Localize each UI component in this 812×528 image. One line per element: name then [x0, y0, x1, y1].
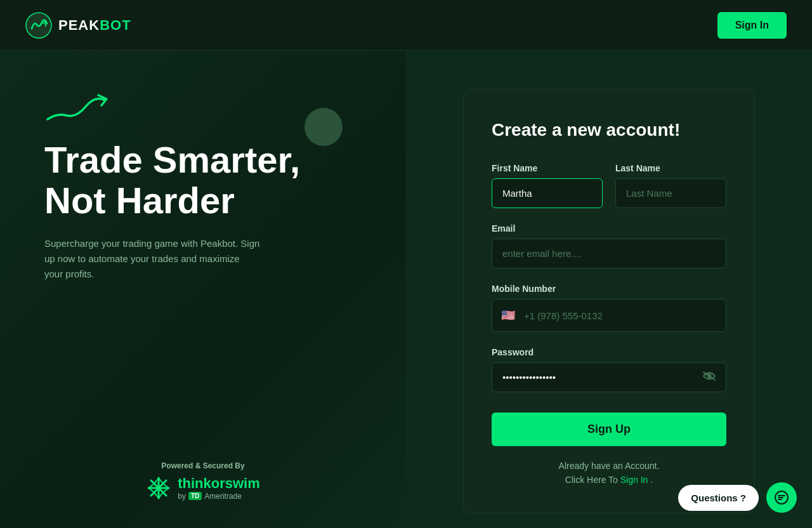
first-name-label: First Name — [492, 163, 603, 173]
first-name-input[interactable] — [492, 178, 603, 208]
already-account-text: Already have an Account. — [559, 461, 660, 471]
decorative-circle — [304, 108, 343, 146]
right-panel: Create a new account! First Name Last Na… — [406, 51, 812, 528]
navbar-signin-button[interactable]: Sign In — [717, 12, 787, 39]
password-input[interactable] — [492, 362, 726, 392]
password-group: Password — [492, 347, 726, 392]
phone-flag-icon: 🇺🇸 — [492, 300, 521, 331]
last-name-label: Last Name — [615, 163, 726, 173]
chart-icon — [44, 89, 121, 127]
signup-form-card: Create a new account! First Name Last Na… — [463, 89, 755, 513]
name-row: First Name Last Name — [492, 163, 726, 208]
period-text: . — [650, 475, 653, 485]
email-group: Email — [492, 223, 726, 268]
signup-button[interactable]: Sign Up — [492, 412, 726, 446]
logo: PEAKBOT — [25, 12, 131, 39]
phone-input-wrapper: 🇺🇸 — [492, 299, 726, 332]
click-here-text: Click Here To — [565, 475, 618, 485]
powered-by-section: Powered & Secured By — [44, 461, 362, 501]
hero-subtitle: Supercharge your trading game with Peakb… — [44, 236, 260, 282]
thinkorswim-star-icon — [146, 475, 171, 501]
left-panel: Trade Smarter, Not Harder Supercharge yo… — [0, 51, 406, 528]
chat-icon — [774, 490, 789, 505]
powered-label: Powered & Secured By — [161, 461, 244, 470]
password-wrapper — [492, 362, 726, 392]
signin-cta-link[interactable]: Sign In — [620, 475, 648, 485]
mobile-label: Mobile Number — [492, 284, 726, 294]
thinkorswim-text: thinkorswim by TD Ameritrade — [178, 475, 260, 501]
email-label: Email — [492, 223, 726, 234]
thinkorswim-byline: by TD Ameritrade — [178, 492, 260, 501]
thinkorswim-logo: thinkorswim by TD Ameritrade — [146, 475, 260, 501]
bottom-bar: Questions ? — [678, 482, 797, 513]
phone-input[interactable] — [521, 301, 726, 330]
hero-title: Trade Smarter, Not Harder — [44, 140, 362, 221]
password-toggle-icon[interactable] — [702, 371, 716, 384]
td-badge: TD — [188, 492, 202, 500]
mobile-group: Mobile Number 🇺🇸 — [492, 284, 726, 332]
chat-icon-button[interactable] — [766, 482, 797, 513]
thinkorswim-name: thinkorswim — [178, 475, 260, 492]
last-name-input[interactable] — [615, 178, 726, 208]
navbar: PEAKBOT Sign In — [0, 0, 812, 51]
email-input[interactable] — [492, 239, 726, 268]
peakbot-logo-icon — [25, 12, 52, 39]
last-name-group: Last Name — [615, 163, 726, 208]
password-label: Password — [492, 347, 726, 357]
questions-button[interactable]: Questions ? — [678, 485, 759, 511]
first-name-group: First Name — [492, 163, 603, 208]
main-layout: Trade Smarter, Not Harder Supercharge yo… — [0, 51, 812, 528]
logo-text: PEAKBOT — [58, 17, 131, 34]
form-title: Create a new account! — [492, 120, 726, 140]
